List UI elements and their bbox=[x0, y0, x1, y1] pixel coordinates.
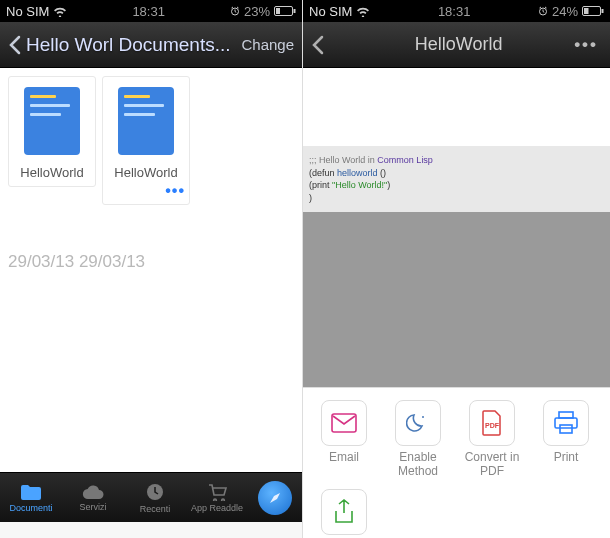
svg-rect-14 bbox=[560, 425, 572, 433]
moon-icon bbox=[395, 400, 441, 446]
share-icon bbox=[321, 489, 367, 535]
cart-icon bbox=[206, 483, 228, 501]
wifi-icon bbox=[356, 6, 370, 17]
file-name: HelloWorld bbox=[20, 165, 83, 180]
tab-compass[interactable] bbox=[248, 473, 302, 522]
status-time: 18:31 bbox=[438, 4, 471, 19]
tab-label: Documenti bbox=[9, 503, 52, 513]
nav-bar: HelloWorld ••• bbox=[303, 22, 610, 68]
document-icon bbox=[24, 87, 80, 155]
tab-label: App Readdle bbox=[191, 503, 243, 513]
cloud-icon bbox=[82, 484, 104, 500]
code-fn: helloworld bbox=[337, 168, 378, 178]
nav-bar: Hello Worl Documents... Change bbox=[0, 22, 302, 68]
folder-icon bbox=[20, 483, 42, 501]
battery-icon bbox=[274, 6, 296, 16]
action-convert-pdf[interactable]: PDF Convert in PDF bbox=[455, 400, 529, 479]
tab-bar: Documenti Servizi Recenti App Readdle bbox=[0, 472, 302, 522]
code-preview: ;;; Hello World in Common Lisp (defun he… bbox=[303, 146, 610, 212]
phone-left-documents: No SIM 18:31 23% Hello Worl Documents...… bbox=[0, 0, 303, 538]
tab-documents[interactable]: Documenti bbox=[0, 473, 62, 522]
svg-rect-12 bbox=[559, 412, 573, 418]
svg-rect-3 bbox=[293, 9, 295, 13]
back-button[interactable] bbox=[8, 35, 22, 55]
tab-label: Servizi bbox=[79, 502, 106, 512]
carrier-label: No SIM bbox=[6, 4, 49, 19]
document-icon bbox=[118, 87, 174, 155]
change-button[interactable]: Change bbox=[241, 36, 294, 53]
svg-rect-7 bbox=[584, 8, 589, 14]
clock-icon bbox=[145, 482, 165, 502]
more-button[interactable]: ••• bbox=[570, 35, 602, 55]
file-grid: HelloWorld HelloWorld ••• bbox=[0, 68, 302, 490]
alarm-icon bbox=[538, 4, 548, 19]
code-text: ) bbox=[309, 193, 312, 203]
svg-rect-9 bbox=[332, 414, 356, 432]
svg-point-10 bbox=[422, 416, 424, 418]
file-item[interactable]: HelloWorld bbox=[8, 76, 96, 187]
file-item[interactable]: HelloWorld ••• bbox=[102, 76, 190, 205]
pdf-icon: PDF bbox=[469, 400, 515, 446]
status-bar: No SIM 18:31 23% bbox=[0, 0, 302, 22]
action-label: Email bbox=[329, 450, 359, 464]
action-label: Convert in PDF bbox=[455, 450, 529, 479]
status-bar: No SIM 18:31 24% bbox=[303, 0, 610, 22]
alarm-icon bbox=[230, 4, 240, 19]
code-text: (print bbox=[309, 180, 332, 190]
wifi-icon bbox=[53, 6, 67, 17]
file-menu-icon[interactable]: ••• bbox=[165, 182, 185, 200]
phone-right-preview: No SIM 18:31 24% HelloWorld ••• ;;; Hell… bbox=[303, 0, 610, 538]
nav-title: HelloWorld bbox=[347, 34, 570, 55]
compass-icon bbox=[258, 481, 292, 515]
action-share[interactable]: Share bbox=[307, 489, 381, 538]
code-text: ) bbox=[387, 180, 390, 190]
code-lang: Common Lisp bbox=[377, 155, 433, 165]
action-label: Print bbox=[554, 450, 579, 464]
action-sheet: Email Enable Method PDF Convert in PDF bbox=[303, 387, 610, 538]
status-time: 18:31 bbox=[132, 4, 165, 19]
file-name: HelloWorld bbox=[114, 165, 177, 180]
tab-recent[interactable]: Recenti bbox=[124, 473, 186, 522]
nav-title: Hello Worl Documents... bbox=[26, 34, 231, 56]
code-text: (defun bbox=[309, 168, 337, 178]
document-preview: ;;; Hello World in Common Lisp (defun he… bbox=[303, 146, 610, 538]
svg-rect-2 bbox=[276, 8, 280, 14]
code-text: () bbox=[378, 168, 387, 178]
action-enable-method[interactable]: Enable Method bbox=[381, 400, 455, 479]
action-email[interactable]: Email bbox=[307, 400, 381, 479]
carrier-label: No SIM bbox=[309, 4, 352, 19]
printer-icon bbox=[543, 400, 589, 446]
battery-percent: 23% bbox=[244, 4, 270, 19]
battery-percent: 24% bbox=[552, 4, 578, 19]
tab-readdle[interactable]: App Readdle bbox=[186, 473, 248, 522]
code-string: "Hello World!" bbox=[332, 180, 387, 190]
action-label: Enable Method bbox=[381, 450, 455, 479]
file-dates-row: 29/03/13 29/03/13 bbox=[8, 252, 145, 272]
email-icon bbox=[321, 400, 367, 446]
tab-label: Recenti bbox=[140, 504, 171, 514]
back-button[interactable] bbox=[311, 35, 325, 55]
svg-rect-8 bbox=[601, 9, 603, 13]
code-comment: ;;; Hello World in bbox=[309, 155, 377, 165]
svg-text:PDF: PDF bbox=[485, 422, 500, 429]
battery-icon bbox=[582, 6, 604, 16]
action-print[interactable]: Print bbox=[529, 400, 603, 479]
svg-rect-13 bbox=[555, 418, 577, 428]
tab-services[interactable]: Servizi bbox=[62, 473, 124, 522]
